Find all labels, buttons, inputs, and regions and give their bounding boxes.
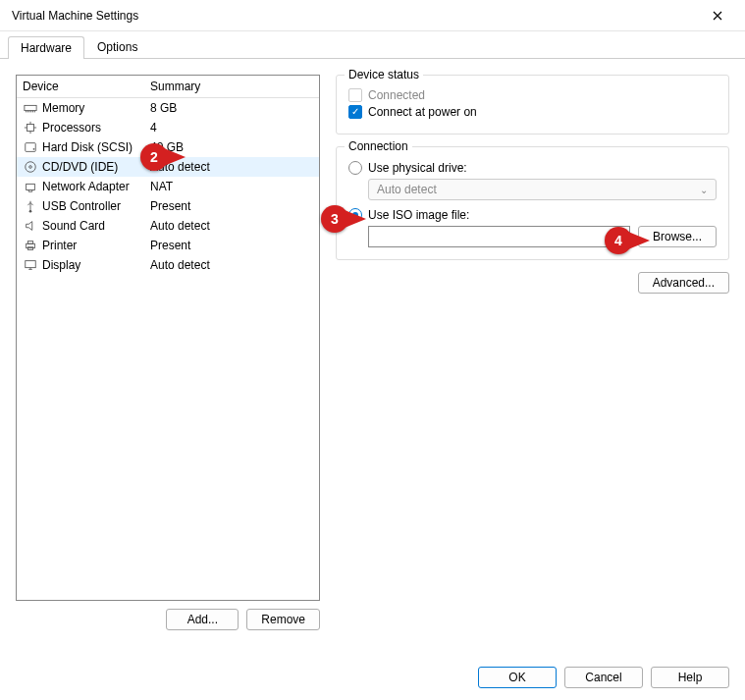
device-name: CD/DVD (IDE) bbox=[42, 160, 150, 174]
close-button[interactable] bbox=[698, 2, 737, 29]
cancel-button[interactable]: Cancel bbox=[564, 667, 643, 688]
browse-button[interactable]: Browse... bbox=[638, 226, 717, 247]
connection-group: Connection Use physical drive: Auto dete… bbox=[336, 146, 729, 260]
tab-hardware[interactable]: Hardware bbox=[8, 36, 84, 59]
connected-label: Connected bbox=[368, 88, 425, 102]
tab-options[interactable]: Options bbox=[84, 35, 150, 58]
cpu-icon bbox=[23, 120, 38, 135]
device-summary: 4 bbox=[150, 121, 313, 135]
device-row-net[interactable]: Network AdapterNAT bbox=[17, 177, 319, 196]
device-row-cpu[interactable]: Processors4 bbox=[17, 118, 319, 137]
ok-button[interactable]: OK bbox=[478, 667, 557, 688]
net-icon bbox=[23, 179, 38, 194]
display-icon bbox=[23, 257, 38, 273]
svg-rect-6 bbox=[27, 184, 35, 189]
device-row-hdd[interactable]: Hard Disk (SCSI)40 GB bbox=[17, 137, 319, 157]
device-list-header: Device Summary bbox=[17, 76, 319, 98]
svg-point-3 bbox=[33, 148, 35, 150]
window-title: Virtual Machine Settings bbox=[8, 9, 698, 23]
svg-rect-1 bbox=[27, 125, 34, 132]
svg-rect-9 bbox=[27, 242, 32, 244]
iso-path-input[interactable] bbox=[368, 226, 630, 247]
physical-drive-label: Use physical drive: bbox=[368, 161, 467, 175]
physical-drive-value: Auto detect bbox=[377, 183, 437, 196]
add-button[interactable]: Add... bbox=[166, 609, 239, 630]
tab-strip: Hardware Options bbox=[0, 31, 745, 59]
memory-icon bbox=[23, 100, 38, 116]
device-row-sound[interactable]: Sound CardAuto detect bbox=[17, 216, 319, 236]
device-summary: 8 GB bbox=[150, 101, 313, 115]
svg-rect-2 bbox=[26, 143, 36, 152]
settings-panel: Device status Connected Connect at power… bbox=[336, 75, 729, 630]
device-row-printer[interactable]: PrinterPresent bbox=[17, 236, 319, 255]
sound-icon bbox=[23, 218, 38, 234]
connect-poweron-label: Connect at power on bbox=[368, 105, 477, 119]
device-name: Hard Disk (SCSI) bbox=[42, 140, 150, 154]
connect-poweron-checkbox[interactable] bbox=[348, 105, 362, 119]
help-button[interactable]: Help bbox=[651, 667, 729, 688]
device-name: Printer bbox=[42, 239, 150, 252]
device-status-title: Device status bbox=[345, 68, 423, 81]
printer-icon bbox=[23, 238, 38, 253]
usb-icon bbox=[23, 198, 38, 214]
svg-point-4 bbox=[26, 162, 36, 173]
device-name: Display bbox=[42, 258, 150, 272]
close-icon bbox=[713, 11, 722, 21]
device-row-usb[interactable]: USB ControllerPresent bbox=[17, 196, 319, 216]
advanced-button[interactable]: Advanced... bbox=[638, 272, 729, 294]
device-name: Memory bbox=[42, 101, 150, 115]
cd-icon bbox=[23, 159, 38, 175]
dialog-footer: OK Cancel Help bbox=[478, 667, 729, 688]
device-name: Network Adapter bbox=[42, 180, 150, 193]
device-name: Processors bbox=[42, 121, 150, 135]
device-panel: Device Summary Memory8 GBProcessors4Hard… bbox=[16, 75, 320, 630]
content-area: Device Summary Memory8 GBProcessors4Hard… bbox=[0, 59, 745, 646]
col-device: Device bbox=[23, 80, 150, 93]
device-summary: Auto detect bbox=[150, 219, 313, 233]
title-bar: Virtual Machine Settings bbox=[0, 0, 745, 31]
iso-file-radio[interactable] bbox=[348, 208, 362, 222]
device-summary: Present bbox=[150, 239, 313, 252]
chevron-down-icon: ⌄ bbox=[700, 185, 708, 195]
device-summary: NAT bbox=[150, 180, 313, 193]
device-summary: 40 GB bbox=[150, 140, 313, 154]
device-status-group: Device status Connected Connect at power… bbox=[336, 75, 729, 135]
connected-checkbox bbox=[348, 88, 362, 102]
svg-rect-11 bbox=[26, 261, 36, 268]
device-name: USB Controller bbox=[42, 199, 150, 213]
device-name: Sound Card bbox=[42, 219, 150, 233]
physical-drive-radio[interactable] bbox=[348, 161, 362, 175]
device-buttons: Add... Remove bbox=[16, 609, 320, 630]
connection-title: Connection bbox=[345, 139, 412, 153]
device-row-memory[interactable]: Memory8 GB bbox=[17, 98, 319, 118]
svg-rect-0 bbox=[25, 105, 36, 110]
hdd-icon bbox=[23, 139, 38, 155]
device-summary: Auto detect bbox=[150, 258, 313, 272]
device-row-cd[interactable]: CD/DVD (IDE)Auto detect bbox=[17, 157, 319, 177]
physical-drive-combo: Auto detect ⌄ bbox=[368, 179, 717, 200]
remove-button[interactable]: Remove bbox=[246, 609, 320, 630]
svg-point-5 bbox=[29, 166, 32, 169]
device-summary: Auto detect bbox=[150, 160, 313, 174]
device-list[interactable]: Device Summary Memory8 GBProcessors4Hard… bbox=[16, 75, 320, 601]
device-row-display[interactable]: DisplayAuto detect bbox=[17, 255, 319, 275]
iso-file-label: Use ISO image file: bbox=[368, 208, 469, 222]
device-summary: Present bbox=[150, 199, 313, 213]
col-summary: Summary bbox=[150, 80, 313, 93]
svg-point-7 bbox=[29, 210, 32, 213]
